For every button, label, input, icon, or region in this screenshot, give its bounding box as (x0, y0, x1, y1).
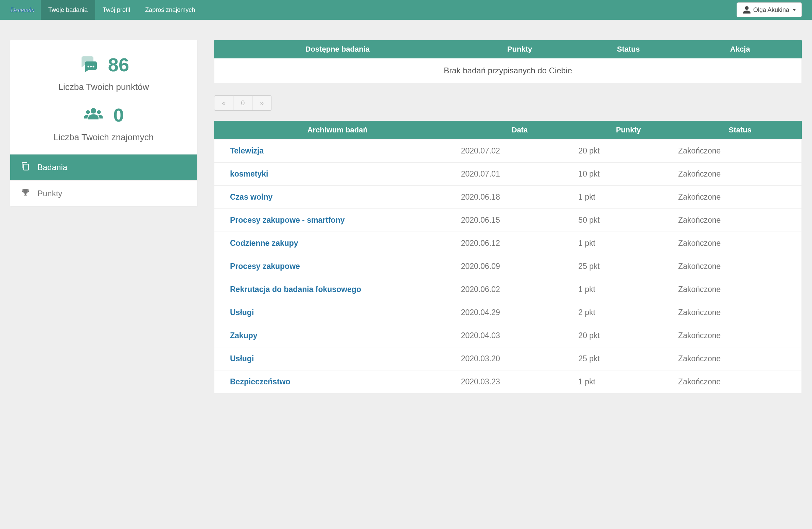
archive-points: 1 pkt (578, 239, 678, 248)
archive-points: 20 pkt (578, 331, 678, 340)
sidebar-menu-label: Badania (38, 163, 67, 172)
nav-item-0[interactable]: Twoje badania (41, 0, 95, 20)
svg-point-5 (97, 110, 101, 114)
user-name: Olga Akukina (753, 6, 789, 14)
chevron-down-icon (793, 9, 796, 11)
archive-status: Zakończone (678, 331, 801, 340)
archive-points: 10 pkt (578, 170, 678, 179)
archive-row: Zakupy2020.04.0320 pktZakończone (214, 324, 801, 347)
archive-date: 2020.03.23 (461, 377, 579, 386)
archive-link[interactable]: Codzienne zakupy (230, 239, 298, 248)
sidebar-menu-badania[interactable]: Badania (10, 154, 197, 180)
archive-status: Zakończone (678, 170, 801, 179)
archive-date: 2020.06.12 (461, 239, 579, 248)
archive-link[interactable]: Telewizja (230, 146, 264, 155)
archive-link[interactable]: Bezpieczeństwo (230, 377, 290, 386)
archive-date: 2020.07.02 (461, 146, 579, 156)
stats-card: 86 Liczba Twoich punktów 0 Liczba Twoich… (10, 40, 197, 206)
sidebar-menu-punkty[interactable]: Punkty (10, 180, 197, 206)
archive-row: Telewizja2020.07.0220 pktZakończone (214, 139, 801, 162)
points-value: 86 (108, 54, 129, 76)
svg-point-0 (87, 65, 89, 67)
archive-date: 2020.06.09 (461, 262, 579, 271)
col-archive-date: Data (461, 126, 579, 134)
archive-link[interactable]: Procesy zakupowe - smartfony (230, 216, 345, 224)
archive-row: kosmetyki2020.07.0110 pktZakończone (214, 162, 801, 186)
chat-icon (78, 55, 99, 75)
archive-date: 2020.04.03 (461, 331, 579, 340)
archive-date: 2020.07.01 (461, 170, 579, 179)
archive-status: Zakończone (678, 146, 801, 156)
archive-points: 1 pkt (578, 192, 678, 202)
archive-points: 1 pkt (578, 377, 678, 386)
pager-prev-button[interactable]: « (214, 95, 233, 111)
col-archive-status: Status (679, 126, 802, 134)
archive-status: Zakończone (678, 377, 801, 386)
archive-status: Zakończone (678, 192, 801, 202)
archive-row: Rekrutacja do badania fokusowego2020.06.… (214, 278, 801, 301)
archive-points: 25 pkt (578, 262, 678, 271)
archive-date: 2020.04.29 (461, 308, 579, 317)
top-navbar: Demando Twoje badaniaTwój profilZaproś z… (0, 0, 812, 20)
archive-row: Usługi2020.04.292 pktZakończone (214, 301, 801, 324)
user-icon (742, 5, 751, 14)
svg-point-3 (91, 108, 96, 113)
archive-link[interactable]: Procesy zakupowe (230, 262, 300, 270)
col-available-status: Status (579, 45, 679, 54)
nav-item-1[interactable]: Twój profil (95, 0, 137, 20)
archive-link[interactable]: Zakupy (230, 331, 258, 340)
col-archive-name: Archiwum badań (214, 126, 461, 134)
archive-points: 25 pkt (578, 354, 678, 363)
archive-link[interactable]: kosmetyki (230, 170, 269, 178)
archive-row: Procesy zakupowe2020.06.0925 pktZakończo… (214, 255, 801, 278)
archive-status: Zakończone (678, 262, 801, 271)
col-available-action: Akcja (679, 45, 802, 54)
sidebar-menu-label: Punkty (38, 189, 62, 198)
nav-item-2[interactable]: Zaproś znajomych (137, 0, 203, 20)
copy-icon (21, 162, 30, 173)
available-studies-panel: Dostępne badania Punkty Status Akcja Bra… (214, 40, 802, 83)
svg-point-4 (86, 110, 90, 114)
available-empty-message: Brak badań przypisanych do Ciebie (214, 58, 802, 83)
archive-status: Zakończone (678, 308, 801, 317)
friends-value: 0 (113, 104, 124, 126)
archive-date: 2020.06.02 (461, 285, 579, 294)
trophy-icon (21, 188, 30, 199)
archive-link[interactable]: Usługi (230, 308, 254, 317)
archive-points: 20 pkt (578, 146, 678, 156)
user-dropdown[interactable]: Olga Akukina (737, 2, 802, 17)
archive-date: 2020.03.20 (461, 354, 579, 363)
archive-row: Codzienne zakupy2020.06.121 pktZakończon… (214, 232, 801, 255)
archive-row: Czas wolny2020.06.181 pktZakończone (214, 186, 801, 208)
col-available-name: Dostępne badania (214, 45, 461, 54)
col-archive-points: Punkty (579, 126, 679, 134)
col-available-points: Punkty (461, 45, 579, 54)
points-label: Liczba Twoich punktów (17, 82, 190, 92)
archive-status: Zakończone (678, 239, 801, 248)
archive-points: 2 pkt (578, 308, 678, 317)
pager: « 0 » (214, 95, 802, 111)
svg-point-1 (90, 65, 92, 67)
archive-points: 1 pkt (578, 285, 678, 294)
archive-link[interactable]: Rekrutacja do badania fokusowego (230, 285, 361, 294)
friends-label: Liczba Twoich znajomych (17, 132, 190, 143)
archive-row: Usługi2020.03.2025 pktZakończone (214, 347, 801, 370)
archive-row: Procesy zakupowe - smartfony2020.06.1550… (214, 208, 801, 232)
nav-items: Twoje badaniaTwój profilZaproś znajomych (41, 0, 203, 20)
archive-panel: Archiwum badań Data Punkty Status Telewi… (214, 121, 802, 394)
pager-page-button[interactable]: 0 (233, 95, 252, 111)
archive-row: Bezpieczeństwo2020.03.231 pktZakończone (214, 370, 801, 393)
archive-date: 2020.06.15 (461, 216, 579, 225)
archive-link[interactable]: Czas wolny (230, 192, 273, 201)
archive-status: Zakończone (678, 354, 801, 363)
archive-points: 50 pkt (578, 216, 678, 225)
pager-next-button[interactable]: » (252, 95, 272, 111)
friends-icon (83, 105, 104, 125)
archive-status: Zakończone (678, 216, 801, 225)
archive-link[interactable]: Usługi (230, 354, 254, 363)
archive-date: 2020.06.18 (461, 192, 579, 202)
archive-status: Zakończone (678, 285, 801, 294)
svg-point-2 (92, 65, 94, 67)
brand-logo[interactable]: Demando (10, 6, 41, 14)
